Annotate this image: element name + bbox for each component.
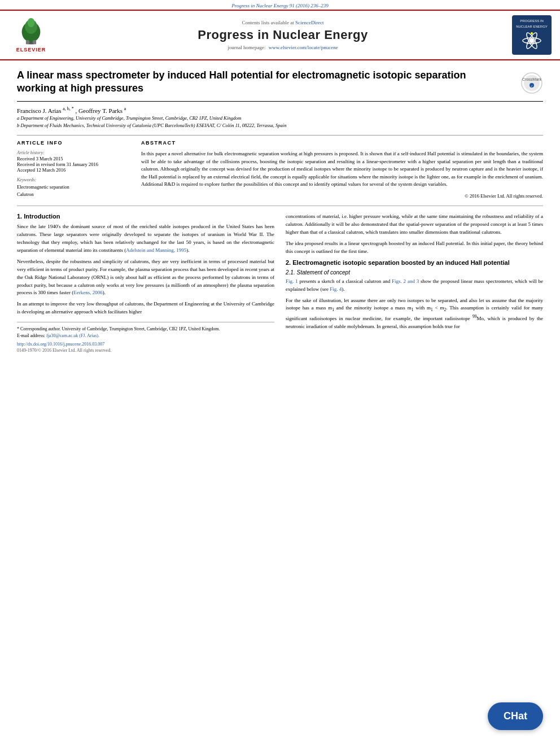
footnote-corresponding: * Corresponding author. University of Ca… <box>17 326 274 333</box>
nuclear-energy-icon: PROGRESS IN NUCLEAR ENERGY <box>512 15 552 55</box>
section2-heading: Electromagnetic isotopic separation boos… <box>292 259 509 266</box>
author-2-sup: a <box>124 106 126 111</box>
svg-text:NUCLEAR ENERGY: NUCLEAR ENERGY <box>516 25 548 28</box>
svg-text:PROGRESS IN: PROGRESS IN <box>520 19 544 23</box>
section1-para3: In an attempt to improve the very low th… <box>17 300 274 316</box>
section2-para2: For the sake of illustration, let assume… <box>286 297 543 331</box>
copyright-line: © 2016 Elsevier Ltd. All rights reserved… <box>141 193 543 199</box>
section1-heading: Introduction <box>24 213 60 220</box>
article-info-col: ARTICLE INFO Article history: Received 3… <box>17 140 130 199</box>
affil-b: b Department of Fluids Mechanics, Techni… <box>17 123 543 128</box>
accepted-date: Accepted 12 March 2016 <box>17 167 130 173</box>
body-col-left: 1. Introduction Since the late 1940's th… <box>17 213 274 353</box>
abstract-col: ABSTRACT In this paper a novel alternati… <box>141 140 543 199</box>
section2-1-title: 2.1. Statement of concept <box>286 269 543 276</box>
section1-para2: Nevertheless, despite the robustness and… <box>17 258 274 298</box>
section1-right-para1: concentrations of material, i.e. higher … <box>286 213 543 237</box>
footnote-email-address: fja30@cam.ac.uk (FJ. Arias). <box>46 333 99 338</box>
revised-date: Received in revised form 31 January 2016 <box>17 161 130 167</box>
article-title-section: A linear mass spectrometer by induced Ha… <box>17 69 543 102</box>
svg-text:✓: ✓ <box>531 84 533 88</box>
homepage-label: journal homepage: <box>228 45 265 50</box>
authors-line: Francisco J. Arias a, b, * , Geoffrey T.… <box>17 106 543 114</box>
section1-para1: Since the late 1940's the dominant sourc… <box>17 223 274 255</box>
authors-section: Francisco J. Arias a, b, * , Geoffrey T.… <box>17 106 543 129</box>
abstract-heading: ABSTRACT <box>141 140 543 146</box>
section-divider <box>17 206 543 206</box>
elsevier-logo: ELSEVIER <box>14 18 48 53</box>
section1-right-para2: The idea proposed results in a linear sp… <box>286 240 543 256</box>
ref-adelstein: Adelstein and Manning, 1995 <box>126 247 186 253</box>
page: Progress in Nuclear Energy 91 (2016) 236… <box>0 0 560 747</box>
nuclear-energy-logo-area: PROGRESS IN NUCLEAR ENERGY <box>509 15 554 55</box>
body-col-right: concentrations of material, i.e. higher … <box>286 213 543 353</box>
footnote-email: E-mail address: fja30@cam.ac.uk (FJ. Ari… <box>17 333 274 339</box>
chat-button[interactable]: CHat <box>488 702 543 730</box>
svg-point-3 <box>28 18 35 27</box>
abstract-text: In this paper a novel alternative for bu… <box>141 150 543 189</box>
svg-point-14 <box>531 32 533 34</box>
section2-title: 2. Electromagnetic isotopic separation b… <box>286 259 543 266</box>
article-info-abstract: ARTICLE INFO Article history: Received 3… <box>17 135 543 199</box>
elsevier-tree-icon <box>14 18 48 46</box>
author-1-sup: a, b, * <box>63 106 74 111</box>
author-separator: , Geoffrey T. Parks <box>76 107 123 113</box>
sciencedirect-label: Contents lists available at <box>242 20 294 25</box>
header-center: Contents lists available at ScienceDirec… <box>62 15 504 55</box>
svg-point-10 <box>530 38 534 43</box>
journal-bar-text: Progress in Nuclear Energy 91 (2016) 236… <box>231 3 328 8</box>
body-content: 1. Introduction Since the late 1940's th… <box>17 213 543 353</box>
received-date: Received 3 March 2015 <box>17 156 130 161</box>
affil-a: a Department of Engineering, University … <box>17 115 543 121</box>
section1-title: 1. Introduction <box>17 213 274 220</box>
issn-line: 0149-1970/© 2016 Elsevier Ltd. All right… <box>17 348 274 353</box>
svg-text:CrossMark: CrossMark <box>522 77 541 81</box>
elsevier-text: ELSEVIER <box>16 47 46 53</box>
elsevier-logo-area: ELSEVIER <box>6 15 56 55</box>
footnote-email-label: E-mail address: <box>17 333 45 338</box>
crossmark-badge-icon: CrossMark ✓ <box>520 72 543 94</box>
svg-rect-6 <box>33 40 36 44</box>
journal-title: Progress in Nuclear Energy <box>198 28 368 42</box>
section1-number: 1. <box>17 213 22 220</box>
section2-para1: Fig. 1 presents a sketch of a classical … <box>286 278 543 294</box>
homepage-line: journal homepage: www.elsevier.com/locat… <box>228 45 338 50</box>
article-info-heading: ARTICLE INFO <box>17 140 130 146</box>
article-title: A linear mass spectrometer by induced Ha… <box>17 69 480 95</box>
homepage-link[interactable]: www.elsevier.com/locate/pnucene <box>269 45 338 50</box>
keyword-2: Calutron <box>17 191 130 198</box>
sciencedirect-line: Contents lists available at ScienceDirec… <box>242 20 324 25</box>
svg-rect-5 <box>26 40 29 44</box>
author-1: Francisco J. Arias <box>17 107 62 113</box>
journal-header: ELSEVIER Contents lists available at Sci… <box>0 11 560 60</box>
ref-fig1: Fig. 1 <box>286 278 298 284</box>
ref-eerkens: Eerkens, 2006 <box>73 290 103 295</box>
ref-fig4: Fig. 4 <box>330 286 342 292</box>
sciencedirect-link[interactable]: ScienceDirect <box>295 20 323 25</box>
ref-figs23: Figs. 2 and 3 <box>392 278 419 284</box>
article-content: A linear mass spectrometer by induced Ha… <box>0 60 560 359</box>
keyword-1: Electromagnetic separation <box>17 184 130 191</box>
journal-bar: Progress in Nuclear Energy 91 (2016) 236… <box>0 0 560 11</box>
keywords-label: Keywords: <box>17 177 130 182</box>
section2-number: 2. <box>286 259 291 266</box>
history-label: Article history: <box>17 150 130 155</box>
doi-line: http://dx.doi.org/10.1016/j.pnucene.2016… <box>17 342 274 347</box>
footnote-section: * Corresponding author. University of Ca… <box>17 322 274 353</box>
